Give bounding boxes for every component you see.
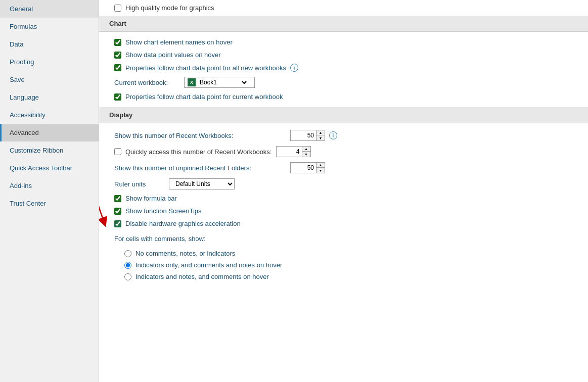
sidebar-item-data[interactable]: Data [0,35,99,53]
display-section-body: Show this number of Recent Workbooks: ▲ … [99,123,588,287]
sidebar-item-quick-access-toolbar[interactable]: Quick Access Toolbar [0,159,99,177]
sidebar-item-accessibility[interactable]: Accessibility [0,106,99,124]
recent-workbooks-row: Show this number of Recent Workbooks: ▲ … [114,127,573,144]
main-content: High quality mode for graphics Chart Sho… [99,0,588,382]
chart2-label[interactable]: Show data point values on hover [125,51,221,59]
radio2-input[interactable] [124,262,131,269]
chart-option-row-3: Properties follow chart data point for a… [114,61,573,74]
recent-workbooks-spin-down[interactable]: ▼ [316,135,325,140]
radio2-label[interactable]: Indicators only, and comments and notes … [135,261,282,269]
unpinned-folders-spin-buttons: ▲ ▼ [316,163,325,173]
recent-workbooks-input[interactable] [291,130,316,140]
workbook-select-container: X Book1 [184,77,255,88]
quick-access-label[interactable]: Quickly access this number of Recent Wor… [125,148,272,156]
current-workbook-label: Current workbook: [114,79,180,86]
radio1-input[interactable] [124,250,131,257]
recent-workbooks-info-icon[interactable]: i [329,131,337,139]
quick-access-spin-up[interactable]: ▲ [302,147,310,152]
high-quality-checkbox[interactable] [114,5,121,12]
hardware-accel-row: Disable hardware graphics acceleration [114,217,573,230]
sidebar: GeneralFormulasDataProofingSaveLanguageA… [0,0,99,382]
quick-access-spin: ▲ ▼ [276,146,311,157]
unpinned-folders-row: Show this number of unpinned Recent Fold… [114,160,573,176]
quick-access-row: Quickly access this number of Recent Wor… [114,144,573,160]
quick-access-checkbox[interactable] [114,148,121,155]
chart-section-header: Chart [99,16,588,32]
sidebar-item-advanced[interactable]: Advanced [0,124,99,141]
hardware-accel-label[interactable]: Disable hardware graphics acceleration [125,220,241,227]
chart2-checkbox[interactable] [114,52,121,59]
chart-option-row-2: Show data point values on hover [114,49,573,61]
chart3-info-icon[interactable]: i [290,64,298,72]
unpinned-folders-spin-down[interactable]: ▼ [316,168,325,173]
radio3-label[interactable]: Indicators and notes, and comments on ho… [135,273,269,280]
high-quality-option-row: High quality mode for graphics [99,0,588,16]
content-wrapper: High quality mode for graphics Chart Sho… [99,0,588,287]
recent-workbooks-label: Show this number of Recent Workbooks: [114,132,286,139]
radio1-label[interactable]: No comments, notes, or indicators [135,250,235,257]
sidebar-item-add-ins[interactable]: Add-ins [0,177,99,195]
ruler-label: Ruler units [114,180,165,188]
recent-workbooks-spin-up[interactable]: ▲ [316,130,325,135]
screentips-label[interactable]: Show function ScreenTips [125,207,202,215]
sidebar-item-language[interactable]: Language [0,88,99,106]
unpinned-folders-spin-up[interactable]: ▲ [316,163,325,168]
screentips-row: Show function ScreenTips [114,205,573,217]
chart4-label[interactable]: Properties follow chart data point for c… [125,93,283,101]
sidebar-item-customize-ribbon[interactable]: Customize Ribbon [0,141,99,159]
ruler-row: Ruler units Default Units Inches Centime… [114,176,573,192]
unpinned-folders-label: Show this number of unpinned Recent Fold… [114,164,286,172]
chart-option-row-4: Properties follow chart data point for c… [114,90,573,103]
current-workbook-row: Current workbook: X Book1 [114,74,573,90]
excel-icon: X [188,78,196,86]
chart1-label[interactable]: Show chart element names on hover [125,38,233,46]
radio3-input[interactable] [124,273,131,280]
unpinned-folders-spin: ▲ ▼ [290,162,325,173]
quick-access-spin-buttons: ▲ ▼ [302,147,310,157]
formula-bar-checkbox[interactable] [114,195,121,202]
chart3-checkbox[interactable] [114,64,121,71]
unpinned-folders-input[interactable] [291,163,316,173]
radio-option-2: Indicators only, and comments and notes … [114,259,573,271]
ruler-dropdown[interactable]: Default Units Inches Centimeters Millime… [169,178,235,189]
chart1-checkbox[interactable] [114,39,121,46]
radio-option-3: Indicators and notes, and comments on ho… [114,271,573,282]
chart-section-body: Show chart element names on hover Show d… [99,32,588,107]
recent-workbooks-spin-buttons: ▲ ▼ [316,130,325,140]
recent-workbooks-spin: ▲ ▼ [290,130,325,141]
chart4-checkbox[interactable] [114,93,121,101]
comments-row: For cells with comments, show: [114,230,573,248]
formula-bar-row: Show formula bar [114,192,573,205]
screentips-checkbox[interactable] [114,208,121,215]
sidebar-item-formulas[interactable]: Formulas [0,18,99,35]
quick-access-spin-down[interactable]: ▼ [302,152,310,157]
chart-option-row-1: Show chart element names on hover [114,36,573,49]
quick-access-input[interactable] [277,147,302,157]
workbook-dropdown[interactable]: Book1 [198,78,248,86]
formula-bar-label[interactable]: Show formula bar [125,195,177,202]
radio-option-1: No comments, notes, or indicators [114,248,573,259]
sidebar-item-general[interactable]: General [0,0,99,18]
display-section-header: Display [99,107,588,123]
sidebar-item-proofing[interactable]: Proofing [0,53,99,71]
sidebar-item-trust-center[interactable]: Trust Center [0,195,99,212]
hardware-accel-checkbox[interactable] [114,220,121,227]
comments-label: For cells with comments, show: [114,232,206,245]
high-quality-label[interactable]: High quality mode for graphics [125,4,214,12]
sidebar-item-save[interactable]: Save [0,71,99,88]
chart3-label[interactable]: Properties follow chart data point for a… [125,64,286,72]
